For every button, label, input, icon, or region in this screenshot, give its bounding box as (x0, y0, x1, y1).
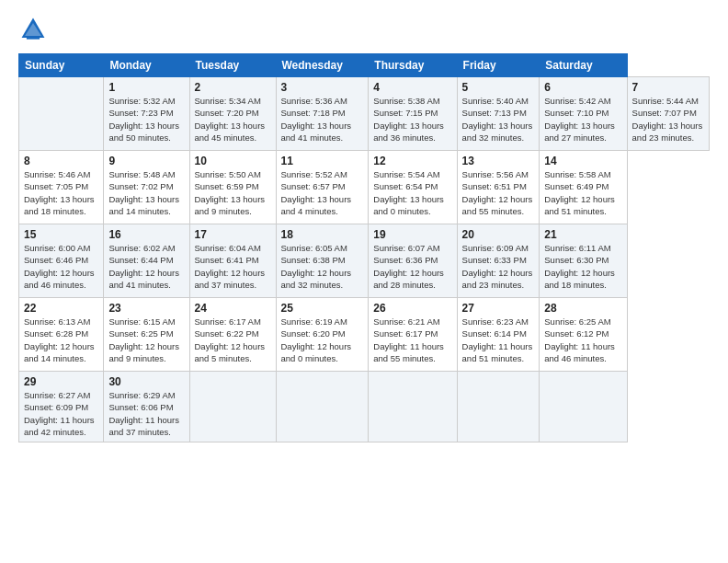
weekday-header-thursday: Thursday (369, 54, 457, 77)
day-info: Sunrise: 6:13 AMSunset: 6:28 PMDaylight:… (24, 316, 98, 364)
calendar-day-cell (189, 372, 276, 442)
day-number: 16 (108, 228, 184, 241)
day-number: 7 (632, 81, 704, 94)
day-number: 25 (281, 302, 364, 315)
calendar-day-cell (540, 372, 627, 442)
calendar-day-cell: 21Sunrise: 6:11 AMSunset: 6:30 PMDayligh… (540, 224, 627, 298)
day-number: 26 (373, 302, 451, 315)
day-info: Sunrise: 5:32 AMSunset: 7:23 PMDaylight:… (108, 95, 184, 144)
svg-rect-2 (27, 36, 40, 40)
calendar-day-cell: 14Sunrise: 5:58 AMSunset: 6:49 PMDayligh… (540, 151, 627, 224)
day-number: 9 (108, 155, 184, 167)
calendar-day-cell: 19Sunrise: 6:07 AMSunset: 6:36 PMDayligh… (369, 224, 457, 298)
day-info: Sunrise: 6:09 AMSunset: 6:33 PMDaylight:… (462, 242, 535, 291)
calendar-day-cell: 16Sunrise: 6:02 AMSunset: 6:44 PMDayligh… (104, 224, 189, 298)
day-number: 27 (462, 302, 535, 315)
day-info: Sunrise: 6:27 AMSunset: 6:09 PMDaylight:… (24, 389, 98, 438)
day-number: 10 (195, 155, 271, 167)
day-info: Sunrise: 6:02 AMSunset: 6:44 PMDaylight:… (108, 242, 184, 291)
calendar-day-cell: 5Sunrise: 5:40 AMSunset: 7:13 PMDaylight… (457, 77, 540, 151)
calendar-week-row: 1Sunrise: 5:32 AMSunset: 7:23 PMDaylight… (19, 77, 710, 151)
logo (18, 15, 51, 44)
calendar-week-row: 22Sunrise: 6:13 AMSunset: 6:28 PMDayligh… (19, 298, 710, 372)
day-number: 8 (24, 155, 98, 167)
day-number: 3 (281, 81, 364, 94)
day-info: Sunrise: 5:42 AMSunset: 7:10 PMDaylight:… (544, 95, 621, 144)
day-info: Sunrise: 6:05 AMSunset: 6:38 PMDaylight:… (281, 242, 364, 291)
weekday-header-friday: Friday (457, 54, 540, 77)
day-info: Sunrise: 5:56 AMSunset: 6:51 PMDaylight:… (462, 168, 535, 217)
calendar-day-cell: 10Sunrise: 5:50 AMSunset: 6:59 PMDayligh… (189, 151, 276, 224)
day-info: Sunrise: 6:00 AMSunset: 6:46 PMDaylight:… (24, 242, 98, 291)
day-info: Sunrise: 6:21 AMSunset: 6:17 PMDaylight:… (373, 316, 451, 364)
day-number: 11 (281, 155, 364, 167)
calendar-day-cell (276, 372, 369, 442)
calendar-day-cell: 23Sunrise: 6:15 AMSunset: 6:25 PMDayligh… (104, 298, 189, 372)
day-number: 20 (462, 228, 535, 241)
calendar-day-cell: 27Sunrise: 6:23 AMSunset: 6:14 PMDayligh… (457, 298, 540, 372)
calendar-day-cell: 25Sunrise: 6:19 AMSunset: 6:20 PMDayligh… (276, 298, 369, 372)
day-info: Sunrise: 6:23 AMSunset: 6:14 PMDaylight:… (462, 316, 535, 364)
day-info: Sunrise: 6:04 AMSunset: 6:41 PMDaylight:… (195, 242, 271, 291)
calendar-day-cell: 9Sunrise: 5:48 AMSunset: 7:02 PMDaylight… (104, 151, 189, 224)
day-number: 30 (108, 375, 184, 388)
calendar-day-cell: 8Sunrise: 5:46 AMSunset: 7:05 PMDaylight… (19, 151, 104, 224)
day-number: 6 (544, 81, 621, 94)
calendar-day-cell: 1Sunrise: 5:32 AMSunset: 7:23 PMDaylight… (104, 77, 189, 151)
calendar-day-cell (369, 372, 457, 442)
header (18, 15, 710, 44)
calendar-day-cell: 28Sunrise: 6:25 AMSunset: 6:12 PMDayligh… (540, 298, 627, 372)
calendar-week-row: 8Sunrise: 5:46 AMSunset: 7:05 PMDaylight… (19, 151, 710, 224)
calendar-day-cell: 17Sunrise: 6:04 AMSunset: 6:41 PMDayligh… (189, 224, 276, 298)
weekday-header-tuesday: Tuesday (189, 54, 276, 77)
day-number: 4 (373, 81, 451, 94)
calendar-day-cell: 20Sunrise: 6:09 AMSunset: 6:33 PMDayligh… (457, 224, 540, 298)
day-info: Sunrise: 6:19 AMSunset: 6:20 PMDaylight:… (281, 316, 364, 364)
logo-icon (18, 15, 48, 44)
day-number: 24 (195, 302, 271, 315)
day-info: Sunrise: 5:40 AMSunset: 7:13 PMDaylight:… (462, 95, 535, 144)
day-number: 29 (24, 375, 98, 388)
day-info: Sunrise: 5:44 AMSunset: 7:07 PMDaylight:… (632, 95, 704, 144)
day-number: 2 (195, 81, 271, 94)
day-info: Sunrise: 5:38 AMSunset: 7:15 PMDaylight:… (373, 95, 451, 144)
calendar-week-row: 29Sunrise: 6:27 AMSunset: 6:09 PMDayligh… (19, 372, 710, 442)
day-number: 22 (24, 302, 98, 315)
calendar-day-cell: 12Sunrise: 5:54 AMSunset: 6:54 PMDayligh… (369, 151, 457, 224)
day-number: 17 (195, 228, 271, 241)
calendar-day-cell: 2Sunrise: 5:34 AMSunset: 7:20 PMDaylight… (189, 77, 276, 151)
day-number: 1 (108, 81, 184, 94)
calendar-day-cell (457, 372, 540, 442)
day-number: 5 (462, 81, 535, 94)
day-info: Sunrise: 5:34 AMSunset: 7:20 PMDaylight:… (195, 95, 271, 144)
page: SundayMondayTuesdayWednesdayThursdayFrid… (0, 0, 728, 563)
day-info: Sunrise: 6:25 AMSunset: 6:12 PMDaylight:… (544, 316, 621, 364)
day-number: 21 (544, 228, 621, 241)
weekday-header-sunday: Sunday (19, 54, 104, 77)
calendar-day-cell (19, 77, 104, 151)
calendar-day-cell: 30Sunrise: 6:29 AMSunset: 6:06 PMDayligh… (104, 372, 189, 442)
weekday-header-wednesday: Wednesday (276, 54, 369, 77)
weekday-header-saturday: Saturday (540, 54, 627, 77)
day-info: Sunrise: 5:52 AMSunset: 6:57 PMDaylight:… (281, 168, 364, 217)
day-info: Sunrise: 5:36 AMSunset: 7:18 PMDaylight:… (281, 95, 364, 144)
calendar-week-row: 15Sunrise: 6:00 AMSunset: 6:46 PMDayligh… (19, 224, 710, 298)
calendar-day-cell: 22Sunrise: 6:13 AMSunset: 6:28 PMDayligh… (19, 298, 104, 372)
day-number: 12 (373, 155, 451, 167)
day-number: 28 (544, 302, 621, 315)
day-info: Sunrise: 5:58 AMSunset: 6:49 PMDaylight:… (544, 168, 621, 217)
day-info: Sunrise: 5:54 AMSunset: 6:54 PMDaylight:… (373, 168, 451, 217)
weekday-header-monday: Monday (104, 54, 189, 77)
calendar-day-cell: 18Sunrise: 6:05 AMSunset: 6:38 PMDayligh… (276, 224, 369, 298)
calendar-day-cell: 29Sunrise: 6:27 AMSunset: 6:09 PMDayligh… (19, 372, 104, 442)
day-number: 18 (281, 228, 364, 241)
day-info: Sunrise: 6:15 AMSunset: 6:25 PMDaylight:… (108, 316, 184, 364)
calendar-day-cell: 6Sunrise: 5:42 AMSunset: 7:10 PMDaylight… (540, 77, 627, 151)
calendar-day-cell: 3Sunrise: 5:36 AMSunset: 7:18 PMDaylight… (276, 77, 369, 151)
calendar-day-cell: 13Sunrise: 5:56 AMSunset: 6:51 PMDayligh… (457, 151, 540, 224)
day-number: 14 (544, 155, 621, 167)
day-info: Sunrise: 6:17 AMSunset: 6:22 PMDaylight:… (195, 316, 271, 364)
calendar-table: SundayMondayTuesdayWednesdayThursdayFrid… (18, 53, 710, 442)
day-number: 13 (462, 155, 535, 167)
day-info: Sunrise: 6:29 AMSunset: 6:06 PMDaylight:… (108, 389, 184, 438)
